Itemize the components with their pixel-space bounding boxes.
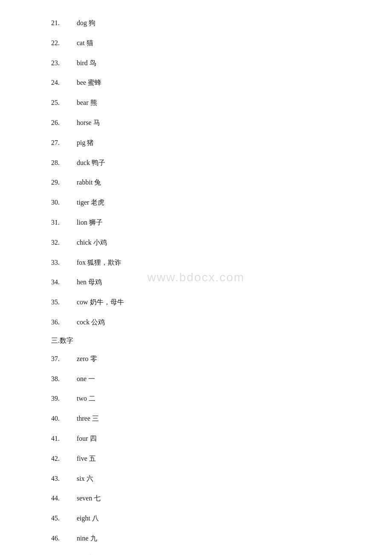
item-number: 26. bbox=[51, 117, 77, 129]
list-item: 35.cow 奶牛，母牛 bbox=[51, 296, 341, 309]
section3-header: 三.数字 bbox=[51, 336, 341, 345]
list-item: 39.two 二 bbox=[51, 393, 341, 405]
item-number: 28. bbox=[51, 157, 77, 169]
item-text: nine 九 bbox=[77, 532, 97, 545]
list-item: 36.cock 公鸡 bbox=[51, 316, 341, 329]
list-item: 31.lion 狮子 bbox=[51, 217, 341, 229]
list-item: 33.fox 狐狸，欺诈 bbox=[51, 257, 341, 269]
item-text: chick 小鸡 bbox=[77, 237, 107, 249]
item-text: zero 零 bbox=[77, 353, 97, 365]
item-text: four 四 bbox=[77, 433, 97, 445]
item-text: three 三 bbox=[77, 413, 99, 425]
list-item: 25.bear 熊 bbox=[51, 97, 341, 109]
item-number: 22. bbox=[51, 37, 77, 49]
item-number: 32. bbox=[51, 237, 77, 249]
list-item: 47.ten 十 bbox=[51, 552, 341, 555]
item-number: 21. bbox=[51, 17, 77, 29]
list-item: 34.hen 母鸡 bbox=[51, 276, 341, 289]
item-text: fox 狐狸，欺诈 bbox=[77, 257, 121, 269]
item-text: horse 马 bbox=[77, 117, 100, 129]
item-text: duck 鸭子 bbox=[77, 157, 105, 169]
item-text: ten 十 bbox=[77, 552, 94, 555]
list-item: 27.pig 猪 bbox=[51, 137, 341, 149]
list-item: 44.seven 七 bbox=[51, 492, 341, 505]
item-text: hen 母鸡 bbox=[77, 276, 102, 289]
item-text: six 六 bbox=[77, 473, 93, 485]
list-item: 21.dog 狗 bbox=[51, 17, 341, 29]
item-number: 47. bbox=[51, 552, 77, 555]
item-text: one 一 bbox=[77, 373, 95, 385]
item-number: 45. bbox=[51, 512, 77, 525]
item-number: 42. bbox=[51, 453, 77, 465]
item-text: lion 狮子 bbox=[77, 217, 103, 229]
item-number: 38. bbox=[51, 373, 77, 385]
list-item: 37.zero 零 bbox=[51, 353, 341, 365]
item-number: 41. bbox=[51, 433, 77, 445]
section3-list: 37.zero 零38.one 一39.two 二40.three 三41.fo… bbox=[51, 353, 341, 555]
item-text: five 五 bbox=[77, 453, 96, 465]
item-number: 34. bbox=[51, 276, 77, 289]
item-number: 33. bbox=[51, 257, 77, 269]
item-text: cock 公鸡 bbox=[77, 316, 105, 329]
list-item: 40.three 三 bbox=[51, 413, 341, 425]
list-item: 45.eight 八 bbox=[51, 512, 341, 525]
list-item: 42.five 五 bbox=[51, 453, 341, 465]
item-number: 31. bbox=[51, 217, 77, 229]
list-item: 41.four 四 bbox=[51, 433, 341, 445]
list-item: 43.six 六 bbox=[51, 473, 341, 485]
item-text: bear 熊 bbox=[77, 97, 97, 109]
list-item: 38.one 一 bbox=[51, 373, 341, 385]
item-number: 43. bbox=[51, 473, 77, 485]
item-text: pig 猪 bbox=[77, 137, 94, 149]
list-item: 29.rabbit 兔 bbox=[51, 176, 341, 189]
item-number: 23. bbox=[51, 57, 77, 69]
list-item: 22.cat 猫 bbox=[51, 37, 341, 49]
item-text: eight 八 bbox=[77, 512, 99, 525]
item-number: 39. bbox=[51, 393, 77, 405]
item-number: 37. bbox=[51, 353, 77, 365]
item-number: 27. bbox=[51, 137, 77, 149]
list-item: 26.horse 马 bbox=[51, 117, 341, 129]
item-number: 40. bbox=[51, 413, 77, 425]
item-text: bird 鸟 bbox=[77, 57, 96, 69]
item-number: 29. bbox=[51, 176, 77, 189]
list-item: 46.nine 九 bbox=[51, 532, 341, 545]
item-text: two 二 bbox=[77, 393, 95, 405]
item-text: seven 七 bbox=[77, 492, 101, 505]
item-text: dog 狗 bbox=[77, 17, 95, 29]
item-number: 44. bbox=[51, 492, 77, 505]
item-number: 30. bbox=[51, 197, 77, 209]
item-number: 36. bbox=[51, 316, 77, 329]
item-text: tiger 老虎 bbox=[77, 197, 104, 209]
item-number: 24. bbox=[51, 77, 77, 89]
list-item: 32.chick 小鸡 bbox=[51, 237, 341, 249]
item-number: 35. bbox=[51, 296, 77, 309]
item-text: cow 奶牛，母牛 bbox=[77, 296, 124, 309]
item-text: bee 蜜蜂 bbox=[77, 77, 101, 89]
list-item: 28.duck 鸭子 bbox=[51, 157, 341, 169]
item-text: rabbit 兔 bbox=[77, 176, 101, 189]
list-item: 24.bee 蜜蜂 bbox=[51, 77, 341, 89]
item-number: 25. bbox=[51, 97, 77, 109]
list-item: 23.bird 鸟 bbox=[51, 57, 341, 69]
item-text: cat 猫 bbox=[77, 37, 93, 49]
item-number: 46. bbox=[51, 532, 77, 545]
list-item: 30.tiger 老虎 bbox=[51, 197, 341, 209]
section2-list: 21.dog 狗22.cat 猫23.bird 鸟24.bee 蜜蜂25.bea… bbox=[51, 17, 341, 329]
